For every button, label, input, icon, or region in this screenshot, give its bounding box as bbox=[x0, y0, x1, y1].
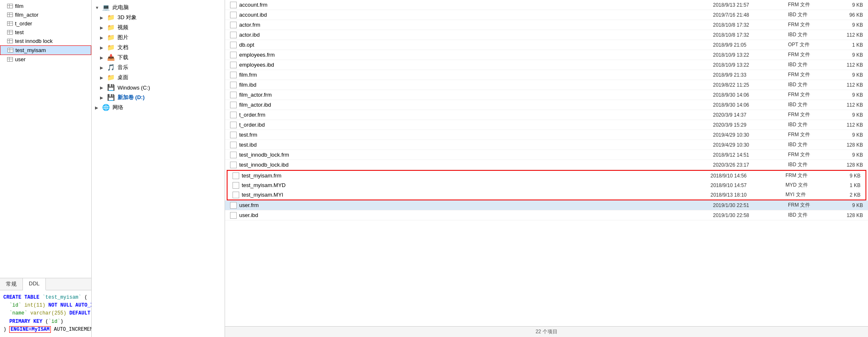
exp-label: 图片 bbox=[118, 34, 128, 41]
file-icon bbox=[230, 32, 237, 38]
file-row[interactable]: user.frm 2019/1/30 22:51 FRM 文件 9 KB bbox=[225, 200, 868, 210]
file-type: IBD 文件 bbox=[788, 212, 830, 219]
file-row[interactable]: actor.ibd 2018/10/8 17:32 IBD 文件 112 KB bbox=[225, 30, 868, 40]
tree-item-film_actor[interactable]: film_actor bbox=[0, 10, 91, 19]
file-date: 2018/9/10 14:57 bbox=[710, 182, 785, 188]
file-type: IBD 文件 bbox=[788, 11, 830, 18]
bottom-panel: 常规DDL CREATE TABLE `test_myisam` ( `id` … bbox=[0, 278, 91, 337]
file-name: film_actor.ibd bbox=[230, 102, 713, 108]
file-type: OPT 文件 bbox=[788, 41, 830, 48]
file-type: IBD 文件 bbox=[788, 161, 830, 168]
file-date: 2018/9/12 14:51 bbox=[713, 152, 788, 158]
file-row[interactable]: test.ibd 2019/4/29 10:30 IBD 文件 128 KB bbox=[225, 140, 868, 150]
file-name: film_actor.frm bbox=[230, 92, 713, 98]
file-date: 2020/3/26 23:17 bbox=[713, 162, 788, 168]
file-size: 9 KB bbox=[830, 2, 863, 8]
file-row[interactable]: employees.ibd 2018/10/9 13:22 IBD 文件 112… bbox=[225, 60, 868, 70]
exp-item-网络[interactable]: ▶ 🌐 网络 bbox=[92, 102, 225, 112]
file-type: FRM 文件 bbox=[788, 91, 830, 98]
file-row[interactable]: film.ibd 2019/8/22 11:25 IBD 文件 112 KB bbox=[225, 80, 868, 90]
file-row[interactable]: db.opt 2018/9/9 21:05 OPT 文件 1 KB bbox=[225, 40, 868, 50]
file-name: test_innodb_lock.frm bbox=[230, 152, 713, 158]
tab-常规[interactable]: 常规 bbox=[0, 278, 23, 290]
file-name: test_myisam.MYD bbox=[233, 182, 710, 189]
exp-item-桌面[interactable]: ▶ 📁 桌面 bbox=[92, 72, 225, 82]
file-row[interactable]: test.frm 2019/4/29 10:30 FRM 文件 9 KB bbox=[225, 130, 868, 140]
exp-label: 视频 bbox=[118, 24, 128, 31]
file-size: 9 KB bbox=[830, 112, 863, 118]
tree-item-test_myisam[interactable]: test_myisam bbox=[0, 45, 91, 55]
exp-item-下载[interactable]: ▶ 📥 下载 bbox=[92, 52, 225, 62]
exp-item-3D-对象[interactable]: ▶ 📁 3D 对象 bbox=[92, 12, 225, 22]
exp-item-音乐[interactable]: ▶ 🎵 音乐 bbox=[92, 62, 225, 72]
file-row[interactable]: test_innodb_lock.frm 2018/9/12 14:51 FRM… bbox=[225, 150, 868, 160]
tree-label: user bbox=[15, 56, 25, 62]
file-row[interactable]: film_actor.ibd 2018/9/30 14:06 IBD 文件 11… bbox=[225, 100, 868, 110]
file-icon bbox=[230, 122, 237, 128]
file-name: db.opt bbox=[230, 42, 713, 48]
table-icon bbox=[7, 12, 13, 18]
file-icon bbox=[230, 212, 237, 219]
file-name: employees.frm bbox=[230, 52, 713, 58]
file-row[interactable]: test_innodb_lock.ibd 2020/3/26 23:17 IBD… bbox=[225, 160, 868, 170]
tab-DDL[interactable]: DDL bbox=[23, 278, 46, 290]
exp-item-此电脑[interactable]: ▼ 💻 此电脑 bbox=[92, 2, 225, 12]
exp-item-Windows-(C:)[interactable]: ▶ 💾 Windows (C:) bbox=[92, 82, 225, 92]
file-row[interactable]: test_myisam.frm 2018/9/10 14:56 FRM 文件 9… bbox=[228, 171, 865, 180]
file-date: 2019/4/29 10:30 bbox=[713, 142, 788, 148]
file-date: 2018/9/9 21:05 bbox=[713, 42, 788, 48]
file-type: IBD 文件 bbox=[788, 141, 830, 148]
red-box-group: test_myisam.frm 2018/9/10 14:56 FRM 文件 9… bbox=[227, 170, 866, 200]
file-row[interactable]: employees.frm 2018/10/9 13:22 FRM 文件 9 K… bbox=[225, 50, 868, 60]
file-date: 2020/3/9 14:37 bbox=[713, 112, 788, 118]
tree-item-t_order[interactable]: t_order bbox=[0, 19, 91, 28]
exp-label: 下载 bbox=[118, 54, 128, 61]
file-type: IBD 文件 bbox=[788, 121, 830, 128]
file-type: MYD 文件 bbox=[785, 182, 827, 189]
file-date: 2019/7/16 21:48 bbox=[713, 12, 788, 18]
exp-item-视频[interactable]: ▶ 📁 视频 bbox=[92, 22, 225, 32]
file-name: user.frm bbox=[230, 202, 713, 209]
file-size: 9 KB bbox=[830, 202, 863, 208]
tree-item-test[interactable]: test bbox=[0, 28, 91, 37]
file-type: FRM 文件 bbox=[788, 131, 830, 138]
file-row[interactable]: actor.frm 2018/10/8 17:32 FRM 文件 9 KB bbox=[225, 20, 868, 30]
file-icon bbox=[233, 182, 239, 189]
tree-label: test_myisam bbox=[15, 47, 46, 53]
file-row[interactable]: t_order.ibd 2020/3/9 15:29 IBD 文件 112 KB bbox=[225, 120, 868, 130]
left-panel: film film_actor t_order test test innodb… bbox=[0, 0, 92, 337]
exp-label: 新加卷 (D:) bbox=[118, 94, 145, 101]
file-icon bbox=[230, 82, 237, 88]
file-name: test.ibd bbox=[230, 142, 713, 148]
exp-item-文档[interactable]: ▶ 📁 文档 bbox=[92, 42, 225, 52]
exp-item-图片[interactable]: ▶ 📁 图片 bbox=[92, 32, 225, 42]
table-icon bbox=[7, 30, 13, 35]
file-icon bbox=[233, 192, 239, 198]
file-row[interactable]: account.frm 2018/9/13 21:57 FRM 文件 9 KB bbox=[225, 0, 868, 10]
tree-item-test-innodb-lock[interactable]: test innodb lock bbox=[0, 37, 91, 45]
file-size: 128 KB bbox=[830, 212, 863, 218]
tree-label: film_actor bbox=[15, 12, 38, 18]
file-name: account.ibd bbox=[230, 12, 713, 18]
file-row[interactable]: test_myisam.MYD 2018/9/10 14:57 MYD 文件 1… bbox=[228, 180, 865, 190]
explorer-icon: 📁 bbox=[107, 74, 115, 81]
file-row[interactable]: film_actor.frm 2018/9/30 14:06 FRM 文件 9 … bbox=[225, 90, 868, 100]
file-row[interactable]: user.ibd 2019/1/30 22:58 IBD 文件 128 KB bbox=[225, 210, 868, 220]
explorer-icon: 🌐 bbox=[102, 104, 110, 111]
file-row[interactable]: film.frm 2018/9/9 21:33 FRM 文件 9 KB bbox=[225, 70, 868, 80]
file-row[interactable]: account.ibd 2019/7/16 21:48 IBD 文件 96 KB bbox=[225, 10, 868, 20]
file-icon bbox=[230, 202, 237, 209]
file-row[interactable]: t_order.frm 2020/3/9 14:37 FRM 文件 9 KB bbox=[225, 110, 868, 120]
file-type: FRM 文件 bbox=[785, 172, 827, 179]
tree-item-film[interactable]: film bbox=[0, 2, 91, 10]
file-row[interactable]: test_myisam.MYI 2018/9/13 18:10 MYI 文件 2… bbox=[228, 190, 865, 200]
table-icon bbox=[7, 38, 13, 44]
explorer-icon: 💾 bbox=[107, 94, 115, 101]
explorer-icon: 📁 bbox=[107, 34, 115, 41]
tree-item-user[interactable]: user bbox=[0, 55, 91, 64]
file-size: 112 KB bbox=[830, 62, 863, 68]
file-date: 2018/10/9 13:22 bbox=[713, 62, 788, 68]
file-icon bbox=[230, 72, 237, 78]
chevron-down-icon: ▼ bbox=[95, 5, 100, 10]
exp-item-新加卷-(D:)[interactable]: ▶ 💾 新加卷 (D:) bbox=[92, 92, 225, 102]
